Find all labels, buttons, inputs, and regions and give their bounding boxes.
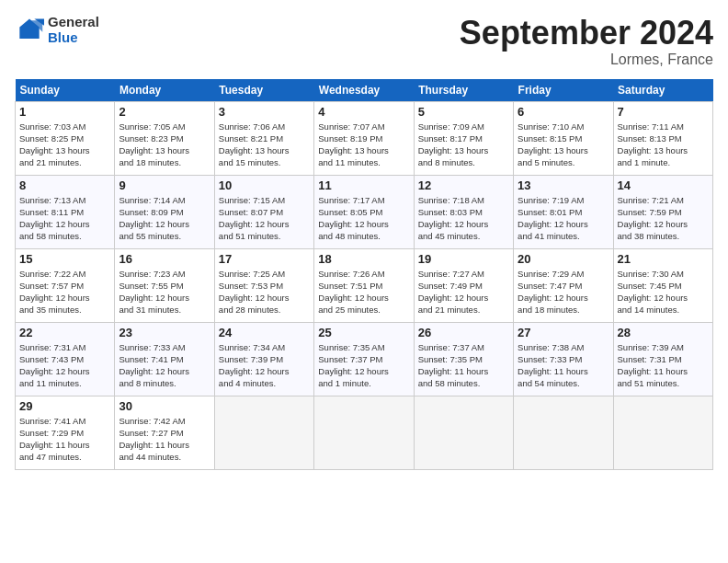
calendar-cell: 3Sunrise: 7:06 AMSunset: 8:21 PMDaylight…: [214, 101, 313, 175]
day-number: 9: [119, 178, 210, 192]
day-number: 7: [618, 105, 709, 119]
day-number: 30: [119, 399, 210, 413]
calendar-cell: 23Sunrise: 7:33 AMSunset: 7:41 PMDayligh…: [115, 322, 214, 396]
logo: General Blue: [15, 15, 99, 45]
day-number: 8: [19, 178, 110, 192]
day-number: 15: [19, 252, 110, 266]
day-number: 27: [518, 326, 609, 339]
calendar-cell: 29Sunrise: 7:41 AMSunset: 7:29 PMDayligh…: [16, 396, 115, 469]
day-info: Sunrise: 7:17 AMSunset: 8:05 PMDaylight:…: [318, 194, 409, 243]
day-number: 12: [418, 178, 509, 192]
calendar-cell: 22Sunrise: 7:31 AMSunset: 7:43 PMDayligh…: [16, 322, 115, 396]
calendar-cell: 16Sunrise: 7:23 AMSunset: 7:55 PMDayligh…: [115, 248, 214, 322]
calendar-cell: 19Sunrise: 7:27 AMSunset: 7:49 PMDayligh…: [414, 248, 513, 322]
calendar-cell: 24Sunrise: 7:34 AMSunset: 7:39 PMDayligh…: [214, 322, 313, 396]
calendar-page: General Blue September 2024 Lormes, Fran…: [0, 0, 728, 485]
calendar-cell: 8Sunrise: 7:13 AMSunset: 8:11 PMDaylight…: [16, 175, 115, 248]
location: Lormes, France: [460, 52, 713, 68]
day-info: Sunrise: 7:05 AMSunset: 8:23 PMDaylight:…: [119, 121, 210, 169]
calendar-cell: [514, 396, 613, 469]
calendar-cell: 15Sunrise: 7:22 AMSunset: 7:57 PMDayligh…: [16, 248, 115, 322]
calendar-cell: [314, 396, 414, 469]
day-info: Sunrise: 7:33 AMSunset: 7:41 PMDaylight:…: [119, 341, 210, 390]
calendar-cell: 1Sunrise: 7:03 AMSunset: 8:25 PMDaylight…: [16, 101, 115, 175]
day-number: 19: [418, 252, 509, 266]
day-info: Sunrise: 7:21 AMSunset: 7:59 PMDaylight:…: [618, 194, 709, 243]
day-info: Sunrise: 7:07 AMSunset: 8:19 PMDaylight:…: [318, 121, 409, 169]
day-info: Sunrise: 7:25 AMSunset: 7:53 PMDaylight:…: [219, 268, 310, 316]
day-number: 21: [618, 252, 709, 266]
day-info: Sunrise: 7:35 AMSunset: 7:37 PMDaylight:…: [318, 341, 409, 390]
calendar-cell: 13Sunrise: 7:19 AMSunset: 8:01 PMDayligh…: [514, 175, 613, 248]
day-number: 25: [318, 326, 409, 339]
col-header-saturday: Saturday: [613, 79, 712, 102]
day-info: Sunrise: 7:14 AMSunset: 8:09 PMDaylight:…: [119, 194, 210, 243]
day-info: Sunrise: 7:30 AMSunset: 7:45 PMDaylight:…: [618, 268, 709, 316]
day-info: Sunrise: 7:34 AMSunset: 7:39 PMDaylight:…: [219, 341, 310, 390]
day-info: Sunrise: 7:39 AMSunset: 7:31 PMDaylight:…: [618, 341, 709, 390]
day-number: 14: [618, 178, 709, 192]
calendar-table: SundayMondayTuesdayWednesdayThursdayFrid…: [15, 79, 713, 470]
logo-text: General Blue: [48, 15, 99, 45]
day-number: 28: [618, 326, 709, 339]
logo-general-text: General: [48, 15, 99, 30]
day-info: Sunrise: 7:18 AMSunset: 8:03 PMDaylight:…: [418, 194, 509, 243]
day-info: Sunrise: 7:10 AMSunset: 8:15 PMDaylight:…: [518, 121, 609, 169]
week-row-4: 22Sunrise: 7:31 AMSunset: 7:43 PMDayligh…: [16, 322, 713, 396]
header-row: SundayMondayTuesdayWednesdayThursdayFrid…: [16, 79, 713, 102]
day-number: 4: [318, 105, 409, 119]
day-info: Sunrise: 7:23 AMSunset: 7:55 PMDaylight:…: [119, 268, 210, 316]
day-info: Sunrise: 7:13 AMSunset: 8:11 PMDaylight:…: [19, 194, 110, 243]
calendar-cell: 21Sunrise: 7:30 AMSunset: 7:45 PMDayligh…: [613, 248, 712, 322]
day-number: 3: [219, 105, 310, 119]
day-info: Sunrise: 7:22 AMSunset: 7:57 PMDaylight:…: [19, 268, 110, 316]
calendar-cell: [214, 396, 313, 469]
week-row-2: 8Sunrise: 7:13 AMSunset: 8:11 PMDaylight…: [16, 175, 713, 248]
calendar-cell: 14Sunrise: 7:21 AMSunset: 7:59 PMDayligh…: [613, 175, 712, 248]
day-number: 22: [19, 326, 110, 339]
day-info: Sunrise: 7:27 AMSunset: 7:49 PMDaylight:…: [418, 268, 509, 316]
col-header-monday: Monday: [115, 79, 214, 102]
day-info: Sunrise: 7:11 AMSunset: 8:13 PMDaylight:…: [618, 121, 709, 169]
day-info: Sunrise: 7:29 AMSunset: 7:47 PMDaylight:…: [518, 268, 609, 316]
day-number: 18: [318, 252, 409, 266]
week-row-3: 15Sunrise: 7:22 AMSunset: 7:57 PMDayligh…: [16, 248, 713, 322]
day-number: 11: [318, 178, 409, 192]
col-header-sunday: Sunday: [16, 79, 115, 102]
day-number: 20: [518, 252, 609, 266]
day-number: 2: [119, 105, 210, 119]
day-number: 29: [19, 399, 110, 413]
day-number: 17: [219, 252, 310, 266]
calendar-cell: 7Sunrise: 7:11 AMSunset: 8:13 PMDaylight…: [613, 101, 712, 175]
calendar-cell: 4Sunrise: 7:07 AMSunset: 8:19 PMDaylight…: [314, 101, 414, 175]
logo-blue-text: Blue: [48, 30, 99, 46]
day-number: 26: [418, 326, 509, 339]
month-title: September 2024: [460, 15, 713, 52]
day-number: 5: [418, 105, 509, 119]
calendar-cell: 2Sunrise: 7:05 AMSunset: 8:23 PMDaylight…: [115, 101, 214, 175]
day-info: Sunrise: 7:38 AMSunset: 7:33 PMDaylight:…: [518, 341, 609, 390]
calendar-cell: 11Sunrise: 7:17 AMSunset: 8:05 PMDayligh…: [314, 175, 414, 248]
logo-icon: [15, 16, 44, 45]
calendar-cell: 6Sunrise: 7:10 AMSunset: 8:15 PMDaylight…: [514, 101, 613, 175]
title-block: September 2024 Lormes, France: [460, 15, 713, 68]
header: General Blue September 2024 Lormes, Fran…: [15, 15, 713, 68]
calendar-cell: 5Sunrise: 7:09 AMSunset: 8:17 PMDaylight…: [414, 101, 513, 175]
day-number: 24: [219, 326, 310, 339]
calendar-cell: 30Sunrise: 7:42 AMSunset: 7:27 PMDayligh…: [115, 396, 214, 469]
day-info: Sunrise: 7:19 AMSunset: 8:01 PMDaylight:…: [518, 194, 609, 243]
day-number: 13: [518, 178, 609, 192]
day-info: Sunrise: 7:09 AMSunset: 8:17 PMDaylight:…: [418, 121, 509, 169]
col-header-friday: Friday: [514, 79, 613, 102]
calendar-cell: 12Sunrise: 7:18 AMSunset: 8:03 PMDayligh…: [414, 175, 513, 248]
day-info: Sunrise: 7:15 AMSunset: 8:07 PMDaylight:…: [219, 194, 310, 243]
day-info: Sunrise: 7:31 AMSunset: 7:43 PMDaylight:…: [19, 341, 110, 390]
day-number: 16: [119, 252, 210, 266]
calendar-cell: 20Sunrise: 7:29 AMSunset: 7:47 PMDayligh…: [514, 248, 613, 322]
calendar-cell: 27Sunrise: 7:38 AMSunset: 7:33 PMDayligh…: [514, 322, 613, 396]
calendar-cell: [414, 396, 513, 469]
day-number: 23: [119, 326, 210, 339]
day-info: Sunrise: 7:41 AMSunset: 7:29 PMDaylight:…: [19, 415, 110, 464]
day-number: 6: [518, 105, 609, 119]
col-header-thursday: Thursday: [414, 79, 513, 102]
